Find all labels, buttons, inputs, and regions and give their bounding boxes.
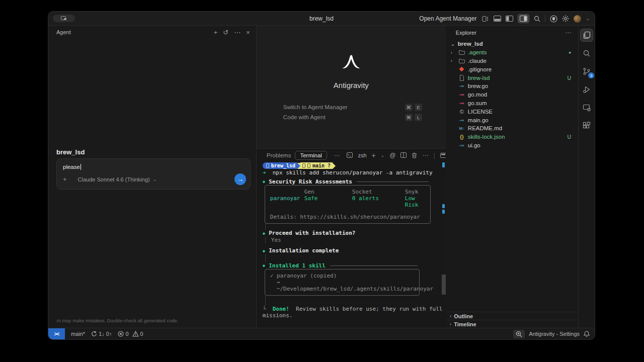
- tab-terminal[interactable]: Terminal: [295, 151, 327, 160]
- go-file-icon: -∞: [458, 118, 466, 123]
- remote-indicator[interactable]: ><: [48, 328, 65, 339]
- error-count: 0: [125, 331, 128, 337]
- explorer-sidebar: Explorer ⋯ ⌄ brew_lsd › .agents ● › .cla…: [446, 26, 579, 328]
- activity-explorer-icon[interactable]: [580, 29, 593, 42]
- agent-session-title: brew_lsd: [56, 148, 85, 156]
- toggle-panel-icon[interactable]: [494, 16, 501, 22]
- toggle-right-sidebar-icon[interactable]: [518, 14, 529, 23]
- attach-plus-icon[interactable]: +: [63, 175, 67, 183]
- activity-remote-explorer-icon[interactable]: [580, 101, 593, 114]
- go-mod-icon: -∞: [458, 101, 466, 106]
- file-row[interactable]: -∞ go.mod: [446, 90, 578, 99]
- agent-panel-title: Agent: [56, 29, 71, 35]
- file-row[interactable]: © LICENSE: [446, 107, 578, 116]
- kill-terminal-trash-icon[interactable]: [412, 152, 417, 158]
- zoom-button[interactable]: [513, 330, 525, 338]
- untracked-badge: U: [567, 75, 571, 81]
- customize-layout-icon[interactable]: [482, 16, 489, 22]
- file-row[interactable]: {} skills-lock.json U: [446, 133, 578, 141]
- explorer-title: Explorer: [456, 30, 476, 36]
- settings-status-label[interactable]: Antigravity - Settings: [529, 331, 580, 337]
- antigravity-logo: [341, 52, 362, 69]
- model-selector[interactable]: Claude Sonnet 4.6 (Thinking): [78, 176, 150, 183]
- timeline-section[interactable]: › Timeline: [446, 320, 578, 328]
- chevron-right-icon: ›: [450, 321, 451, 327]
- terminal-at-icon[interactable]: @: [389, 152, 395, 159]
- terminal-scrollbar[interactable]: [442, 275, 446, 295]
- risk-assessment-box: Gen Socket Snyk paranoyar Safe 0 alerts …: [265, 185, 431, 224]
- close-agent-panel-icon[interactable]: ×: [246, 29, 250, 36]
- problems-indicator[interactable]: 0 0: [118, 331, 143, 337]
- account-chevron-down-icon[interactable]: ⌄: [586, 16, 590, 21]
- keycap-letter: E: [415, 104, 422, 111]
- open-agent-manager-label[interactable]: Open Agent Manager: [419, 15, 476, 22]
- terminal-more-actions-icon[interactable]: ⋯: [422, 152, 428, 159]
- new-terminal-button[interactable]: +: [372, 151, 376, 159]
- explorer-more-actions-icon[interactable]: ⋯: [565, 29, 571, 36]
- risk-section-title: ◆ Security Risk Assessments: [263, 178, 429, 185]
- user-avatar[interactable]: [574, 15, 581, 23]
- warning-count: 0: [140, 331, 143, 337]
- toggle-left-sidebar-icon[interactable]: [506, 16, 513, 22]
- agent-input[interactable]: please: [63, 164, 80, 170]
- model-chevron-down-icon[interactable]: ⌄: [153, 177, 157, 182]
- window-controls-button[interactable]: [53, 15, 75, 22]
- panel-more-tabs-icon[interactable]: ⋯: [334, 152, 340, 159]
- scroll-decoration: [442, 162, 445, 167]
- keycap-letter: L: [415, 114, 422, 121]
- terminal-content[interactable]: brew_lsd main ? ➜ npx skills add sheruco…: [263, 162, 438, 326]
- tab-problems[interactable]: Problems: [267, 152, 291, 158]
- agent-history-icon[interactable]: ↺: [223, 29, 228, 36]
- agent-more-actions-icon[interactable]: ⋯: [234, 29, 240, 36]
- folder-icon: [458, 58, 466, 63]
- file-row[interactable]: › .claude: [446, 57, 578, 65]
- split-terminal-icon[interactable]: [400, 152, 407, 158]
- file-row[interactable]: .gitignore: [446, 65, 578, 73]
- activity-search-icon[interactable]: [580, 47, 593, 60]
- shortcut-row[interactable]: Code with Agent ⌘ L: [283, 112, 422, 122]
- license-icon: ©: [458, 109, 466, 115]
- new-agent-button[interactable]: +: [214, 29, 218, 36]
- titlebar-separator: [545, 15, 545, 22]
- file-row[interactable]: -∞ main.go: [446, 116, 578, 124]
- search-icon[interactable]: [534, 16, 540, 22]
- settings-gear-icon[interactable]: [562, 15, 569, 22]
- shortcut-row[interactable]: Switch to Agent Manager ⌘ E: [283, 102, 422, 112]
- json-icon: {}: [458, 134, 466, 140]
- activity-extensions-icon[interactable]: [580, 119, 593, 132]
- gitignore-icon: [458, 67, 466, 71]
- keycap-cmd: ⌘: [405, 114, 413, 121]
- file-icon: [458, 75, 466, 81]
- tree-root[interactable]: ⌄ brew_lsd: [446, 40, 578, 48]
- activity-source-control-icon[interactable]: 3: [580, 65, 593, 78]
- go-file-icon: -∞: [458, 143, 466, 148]
- maximize-panel-icon[interactable]: [440, 153, 446, 158]
- agent-input-card[interactable]: please + Claude Sonnet 4.6 (Thinking) ⌄ …: [56, 158, 251, 190]
- sync-indicator[interactable]: 1↓ 0↑: [91, 331, 112, 337]
- agent-panel: Agent + ↺ ⋯ × brew_lsd please + Claude S…: [48, 26, 257, 328]
- shell-label[interactable]: zsh: [358, 152, 366, 158]
- shortcut-label: Switch to Agent Manager: [283, 104, 348, 110]
- keycap-cmd: ⌘: [405, 104, 413, 111]
- file-row[interactable]: M↓ README.md: [446, 124, 578, 133]
- send-button[interactable]: →: [234, 173, 246, 185]
- risk-details-link: Details: https://skills.sh/sherucon/para…: [270, 214, 425, 220]
- folder-icon: [458, 50, 466, 55]
- file-row[interactable]: -∞ ui.go: [446, 141, 578, 150]
- scroll-decoration: [442, 204, 445, 208]
- welcome-screen: Antigravity Switch to Agent Manager ⌘ E …: [257, 26, 446, 148]
- file-row[interactable]: brew-lsd U: [446, 73, 578, 82]
- activity-run-debug-icon[interactable]: [580, 83, 593, 96]
- go-mod-icon: -∞: [458, 92, 466, 97]
- file-row[interactable]: › .agents ●: [446, 48, 578, 57]
- modified-dot-badge: ●: [569, 50, 571, 55]
- terminal-dropdown-chevron-icon[interactable]: ⌄: [381, 153, 385, 158]
- file-row[interactable]: -∞ brew.go: [446, 82, 578, 90]
- notifications-bell-icon[interactable]: [584, 331, 590, 337]
- privacy-shield-icon[interactable]: [550, 15, 557, 23]
- complete-section: ◆Installation complete: [263, 247, 438, 254]
- chevron-right-icon: ›: [451, 58, 458, 63]
- outline-section[interactable]: › Outline: [446, 312, 578, 320]
- file-row[interactable]: -∞ go.sum: [446, 99, 578, 108]
- branch-indicator[interactable]: main*: [71, 331, 85, 337]
